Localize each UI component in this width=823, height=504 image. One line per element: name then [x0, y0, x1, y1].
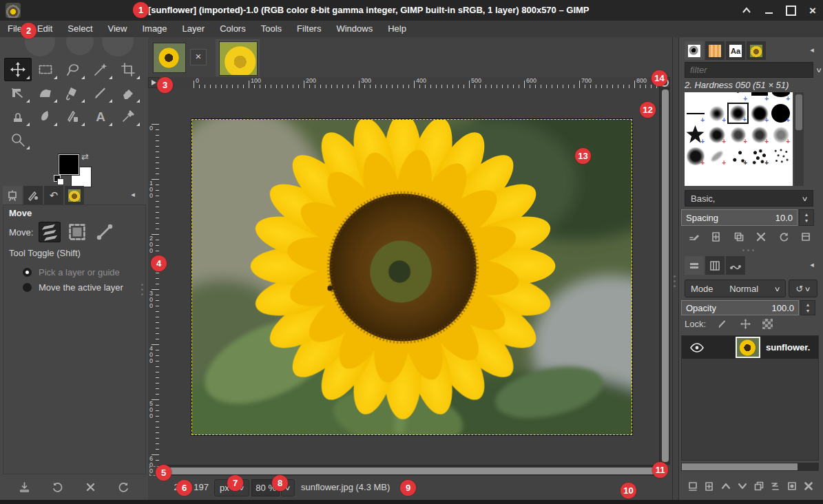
splitter-handle[interactable] — [674, 275, 676, 287]
tool-crop[interactable] — [114, 58, 142, 81]
menu-windows[interactable]: Windows — [329, 21, 380, 37]
tool-bucket-fill[interactable] — [59, 81, 87, 105]
brush-tag-dropdown[interactable]: Basic, ∨ — [685, 190, 813, 207]
tab-layers[interactable] — [685, 256, 704, 275]
h-ruler[interactable]: 0100200300400500600700800 — [159, 77, 659, 88]
brush-cell[interactable]: + — [727, 92, 749, 103]
brush-filter-input[interactable] — [685, 65, 817, 75]
opacity-slider[interactable]: Opacity 100.0 — [681, 300, 799, 315]
brush-cell[interactable]: + — [727, 124, 749, 145]
dock-splitter[interactable] — [673, 37, 678, 500]
collapse-dock-icon[interactable]: ◂ — [807, 260, 817, 269]
swap-colors-icon[interactable]: ⇄ — [81, 151, 89, 162]
vertical-scrollbar[interactable] — [659, 88, 670, 465]
brush-cell[interactable]: + — [770, 92, 791, 103]
sunflower-photo[interactable] — [192, 120, 632, 434]
brush-cell[interactable] — [770, 145, 791, 167]
maximize-button[interactable] — [784, 4, 797, 17]
tool-ink[interactable] — [59, 105, 87, 128]
menu-layer[interactable]: Layer — [175, 21, 213, 37]
raise-layer-button[interactable] — [718, 478, 734, 494]
tool-warp-transform[interactable] — [32, 81, 59, 105]
brush-cell[interactable]: + — [749, 103, 770, 124]
dock-divider-handle[interactable] — [742, 249, 754, 251]
tab-channels[interactable] — [705, 256, 725, 275]
foreground-color-swatch[interactable] — [59, 154, 79, 175]
tool-rectangle-select[interactable] — [32, 58, 59, 81]
layer-mode-dropdown[interactable]: Mode Normal ∨ — [685, 280, 786, 297]
tool-zoom[interactable] — [4, 128, 32, 151]
brush-cell[interactable]: + — [706, 124, 727, 145]
duplicate-brush-button[interactable] — [731, 229, 747, 245]
delete-layer-button[interactable] — [800, 478, 817, 494]
default-colors-icon[interactable] — [54, 175, 63, 185]
tab-device-status[interactable] — [23, 186, 43, 204]
move-selection-button[interactable] — [66, 222, 88, 242]
tab-patterns[interactable] — [705, 41, 725, 60]
reset-tool-options-button[interactable] — [114, 479, 132, 495]
delete-brush-button[interactable] — [753, 229, 769, 245]
brush-cell[interactable]: + — [706, 145, 727, 167]
layer-list-scrollbar[interactable] — [681, 463, 819, 471]
tool-paintbrush[interactable] — [87, 81, 114, 105]
menu-view[interactable]: View — [101, 21, 135, 37]
minimize-button[interactable] — [762, 4, 775, 17]
tool-unified-transform[interactable] — [4, 81, 32, 105]
brush-grid-scrollbar[interactable] — [794, 92, 804, 186]
brush-cell[interactable]: + — [685, 103, 706, 124]
brush-cell[interactable]: + — [749, 124, 770, 145]
tool-text[interactable]: A — [87, 105, 114, 128]
tab-brushes[interactable] — [685, 41, 704, 60]
lower-layer-button[interactable] — [734, 478, 751, 494]
new-layer-group-button[interactable] — [701, 478, 718, 494]
menu-image[interactable]: Image — [134, 21, 174, 37]
dock-resize-handle[interactable] — [141, 284, 143, 295]
brush-scrollbar-thumb[interactable] — [795, 94, 802, 130]
tool-move[interactable] — [4, 58, 32, 81]
canvas-viewport[interactable] — [159, 88, 659, 465]
menu-select[interactable]: Select — [60, 21, 100, 37]
delete-tool-preset-button[interactable] — [81, 479, 99, 495]
save-tool-preset-button[interactable] — [16, 479, 34, 495]
refresh-brushes-button[interactable] — [775, 229, 792, 245]
lock-pixels-icon[interactable] — [717, 318, 729, 330]
brush-cell[interactable]: + — [706, 103, 727, 124]
vertical-scrollbar-thumb[interactable] — [662, 90, 669, 462]
new-brush-button[interactable] — [708, 229, 725, 245]
brush-cell[interactable]: + — [770, 124, 791, 145]
merge-down-button[interactable] — [767, 478, 784, 494]
tab-undo-history[interactable]: ↶ — [44, 186, 63, 204]
tab-tool-options[interactable] — [3, 186, 22, 204]
tab-fonts[interactable]: Aa — [726, 41, 745, 60]
shade-window-button[interactable] — [740, 4, 753, 17]
mode-switch-button[interactable]: ↺ ∨ — [789, 280, 817, 297]
image-tab-sunflower[interactable] — [153, 43, 186, 73]
new-layer-button[interactable] — [685, 478, 701, 494]
open-brush-as-image-button[interactable] — [798, 229, 814, 245]
lock-alpha-icon[interactable] — [762, 319, 773, 329]
brush-cell[interactable]: + — [749, 145, 770, 167]
brush-cell[interactable]: + — [685, 124, 706, 145]
tab-navigation[interactable] — [65, 186, 84, 204]
tab-paths[interactable] — [726, 256, 745, 275]
brush-cell[interactable]: + — [749, 92, 770, 103]
collapse-dock-icon[interactable]: ◂ — [807, 45, 817, 54]
tool-color-picker[interactable] — [114, 105, 142, 128]
brush-cell[interactable]: + — [727, 145, 749, 167]
menu-filters[interactable]: Filters — [289, 21, 329, 37]
move-layer-button[interactable] — [39, 222, 61, 242]
close-button[interactable]: × — [806, 4, 819, 17]
layer-row-sunflower[interactable]: sunflower. — [682, 336, 818, 359]
spacing-spinner[interactable]: ▴▾ — [799, 209, 814, 226]
radio-pick-layer[interactable]: Pick a layer or guide — [23, 267, 120, 277]
image-tab-closeup[interactable] — [216, 39, 260, 76]
menu-tools[interactable]: Tools — [253, 21, 289, 37]
lock-position-icon[interactable] — [740, 318, 751, 330]
move-path-button[interactable] — [94, 222, 116, 242]
restore-tool-preset-button[interactable] — [49, 479, 67, 495]
horizontal-scrollbar[interactable] — [159, 465, 659, 476]
tool-eraser[interactable] — [114, 81, 142, 105]
add-layer-mask-button[interactable] — [784, 478, 800, 494]
horizontal-scrollbar-thumb[interactable] — [160, 468, 655, 474]
tool-free-select[interactable] — [59, 58, 87, 81]
